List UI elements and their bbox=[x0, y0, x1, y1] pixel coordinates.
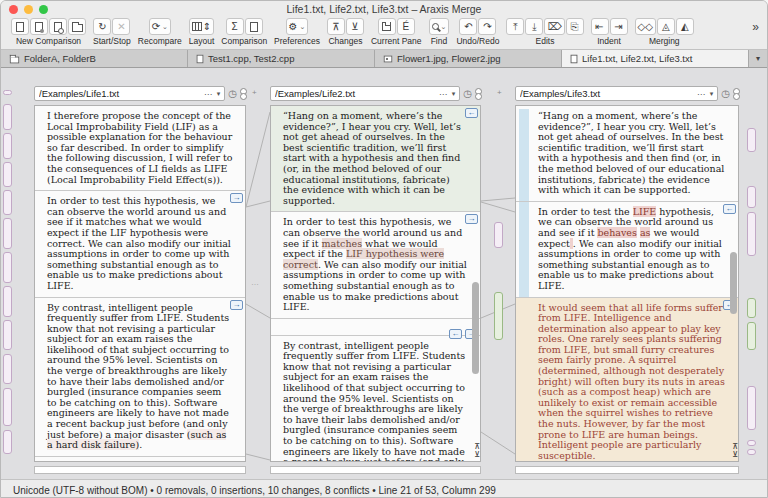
tab-foldera-folderb[interactable]: FolderA, FolderB bbox=[1, 50, 188, 67]
history-icon[interactable]: ◷ bbox=[228, 89, 237, 99]
change-marker[interactable] bbox=[3, 286, 12, 317]
next-change-button[interactable]: ⊻ bbox=[346, 18, 364, 35]
path-menu-icon[interactable]: … bbox=[204, 87, 213, 97]
save-button[interactable] bbox=[378, 18, 396, 35]
merge-left-arrow-button[interactable]: ← bbox=[449, 329, 462, 339]
document-pane[interactable]: “Hang on a moment, where’s the evidence?… bbox=[270, 105, 481, 462]
merge-take-right-button[interactable]: ◭ bbox=[676, 18, 694, 35]
change-marker[interactable] bbox=[747, 186, 756, 208]
recompare-button[interactable]: ⟳⌄ bbox=[149, 18, 171, 35]
change-marker[interactable] bbox=[3, 218, 12, 249]
horizontal-scrollbar[interactable] bbox=[34, 466, 246, 474]
unindent-button[interactable]: ⇤ bbox=[591, 18, 609, 35]
change-marker[interactable] bbox=[3, 162, 12, 187]
document-pane[interactable]: I therefore propose the concept of the L… bbox=[34, 105, 246, 462]
change-marker[interactable] bbox=[494, 292, 503, 340]
change-marker[interactable] bbox=[747, 212, 756, 256]
accept-edits-button[interactable]: ⎘ bbox=[566, 18, 584, 35]
toolbar-overflow-button[interactable]: » bbox=[748, 18, 763, 36]
scrollbar-thumb[interactable] bbox=[730, 252, 737, 314]
encoding-button[interactable]: É bbox=[397, 18, 415, 35]
tab-test1-cpp-test2-cpp[interactable]: Test1.cpp, Test2.cpp bbox=[188, 50, 375, 67]
undo-button[interactable]: ↶ bbox=[459, 18, 477, 35]
history-icon[interactable]: ◷ bbox=[463, 89, 472, 99]
document-pane[interactable]: “Hang on a moment, where’s the evidence?… bbox=[515, 105, 739, 462]
change-marker[interactable] bbox=[747, 298, 756, 318]
new-image-comparison-button[interactable] bbox=[49, 18, 67, 35]
new-folder-comparison-button[interactable] bbox=[68, 18, 86, 35]
change-marker[interactable] bbox=[3, 354, 12, 384]
file-path-field[interactable]: /Examples/Life2.txt…▾ bbox=[270, 86, 460, 101]
comparison-report-button[interactable] bbox=[245, 18, 263, 35]
merge-common-ancestor-button[interactable]: ◇◇ bbox=[635, 18, 656, 35]
path-dropdown-icon[interactable]: ▾ bbox=[217, 90, 221, 98]
tab-flower1-jpg-flower2-jpg[interactable]: Flower1.jpg, Flower2.jpg bbox=[375, 50, 562, 67]
start-button[interactable]: ↻ bbox=[93, 18, 111, 35]
change-marker[interactable] bbox=[747, 386, 756, 430]
remove-edits-button[interactable]: ⌦ bbox=[544, 18, 564, 35]
floppy-icon bbox=[382, 22, 391, 31]
align-bottom-icon[interactable]: ⊻ bbox=[474, 451, 480, 459]
change-marker[interactable] bbox=[3, 430, 12, 454]
comparison-summary-button[interactable]: Σ bbox=[226, 18, 244, 35]
previous-change-button[interactable]: ⊼ bbox=[327, 18, 345, 35]
merge-left-arrow-button[interactable]: ← bbox=[465, 108, 478, 118]
merge-right-arrow-button[interactable]: → bbox=[465, 214, 478, 224]
change-marker[interactable] bbox=[494, 222, 503, 248]
linked-scrolling-icon[interactable] bbox=[240, 88, 246, 100]
linked-scrolling-icon[interactable] bbox=[733, 88, 739, 100]
first-edit-button[interactable]: ⤒ bbox=[506, 18, 524, 35]
title-bar: Life1.txt, Life2.txt, Life3.txt – Araxis… bbox=[1, 1, 767, 17]
encoding-icon: É bbox=[402, 19, 409, 34]
change-marker[interactable] bbox=[747, 128, 756, 152]
change-marker[interactable] bbox=[3, 90, 12, 95]
unindent-icon: ⇤ bbox=[595, 19, 603, 34]
change-marker[interactable] bbox=[3, 388, 12, 426]
merge-left-arrow-button[interactable]: ← bbox=[723, 204, 736, 214]
horizontal-scrollbar[interactable] bbox=[270, 466, 481, 474]
scrollbar-thumb[interactable] bbox=[472, 282, 479, 374]
path-menu-icon[interactable]: … bbox=[439, 87, 448, 97]
linked-scrolling-icon[interactable] bbox=[475, 88, 481, 100]
path-dropdown-icon[interactable]: ▾ bbox=[452, 90, 456, 98]
change-marker[interactable] bbox=[3, 252, 12, 283]
file-path-field[interactable]: /Examples/Life1.txt…▾ bbox=[34, 86, 225, 101]
path-dropdown-icon[interactable]: ▾ bbox=[710, 90, 714, 98]
history-icon[interactable]: ◷ bbox=[721, 89, 730, 99]
dropdown-caret-icon: ⌄ bbox=[441, 23, 447, 31]
tab-label: Test1.cpp, Test2.cpp bbox=[208, 53, 294, 64]
change-marker[interactable] bbox=[3, 190, 12, 215]
merge-right-arrow-button[interactable]: → bbox=[230, 193, 243, 203]
stop-button[interactable]: ✕ bbox=[112, 18, 130, 35]
tab-overflow-button[interactable]: ▾ bbox=[749, 50, 767, 67]
last-edit-button[interactable]: ⤓ bbox=[525, 18, 543, 35]
change-marker[interactable] bbox=[747, 440, 756, 446]
change-marker[interactable] bbox=[747, 322, 756, 350]
change-marker[interactable] bbox=[747, 449, 756, 455]
indent-button[interactable]: ⇥ bbox=[610, 18, 628, 35]
align-bottom-icon[interactable]: ⊻ bbox=[732, 451, 738, 459]
merge-take-left-button[interactable]: ◬ bbox=[657, 18, 675, 35]
new-binary-comparison-button[interactable] bbox=[30, 18, 48, 35]
merge-right-arrow-button[interactable]: → bbox=[230, 300, 243, 310]
change-marker[interactable] bbox=[3, 320, 12, 350]
link-panes-icon[interactable]: + bbox=[252, 88, 257, 97]
new-text-comparison-button[interactable] bbox=[11, 18, 29, 35]
text-segment: By contrast, intelligent people frequent… bbox=[283, 340, 465, 462]
pane-2: /Examples/Life2.txt…▾◷“Hang on a moment,… bbox=[270, 86, 481, 476]
horizontal-scrollbar[interactable] bbox=[515, 466, 739, 474]
paragraph: By contrast, intelligent people frequent… bbox=[271, 335, 480, 462]
toolbar-group-label: Indent bbox=[597, 36, 621, 46]
preferences-button[interactable]: ⚙⌄ bbox=[286, 18, 309, 35]
change-marker[interactable] bbox=[3, 133, 12, 159]
change-marker[interactable] bbox=[3, 104, 12, 130]
redo-button[interactable]: ↷ bbox=[478, 18, 496, 35]
find-button[interactable]: ⌄ bbox=[429, 18, 450, 35]
toolbar-group-indent: ⇤⇥Indent bbox=[591, 18, 628, 46]
layout-button[interactable]: ⇕ bbox=[189, 18, 214, 35]
pane-header: /Examples/Life2.txt…▾◷ bbox=[270, 86, 481, 101]
tab-life1-txt-life2-txt-life3-txt[interactable]: Life1.txt, Life2.txt, Life3.txt bbox=[562, 50, 749, 67]
path-menu-icon[interactable]: … bbox=[697, 87, 706, 97]
file-path-field[interactable]: /Examples/Life3.txt…▾ bbox=[515, 86, 718, 101]
folder-icon bbox=[72, 24, 83, 32]
